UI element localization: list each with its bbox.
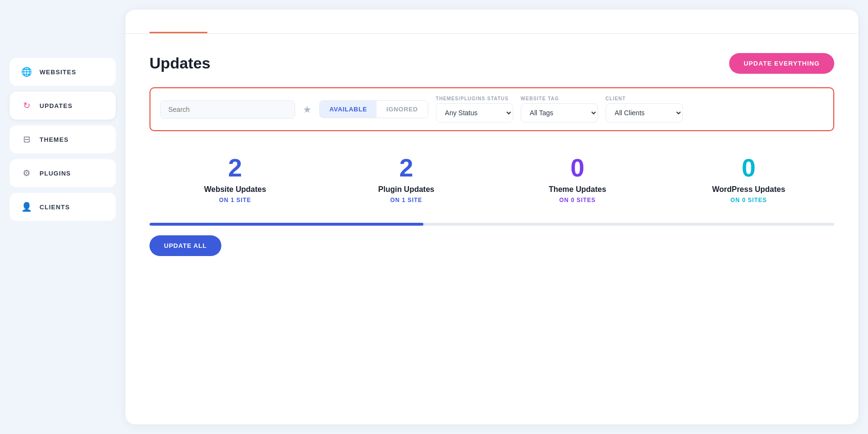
sidebar-item-label: CLIENTS [40, 203, 70, 211]
sidebar-item-label: WEBSITES [40, 68, 76, 76]
sidebar-item-plugins[interactable]: ⚙ PLUGINS [10, 159, 116, 187]
sidebar-item-websites[interactable]: 🌐 WEBSITES [10, 58, 116, 86]
website-updates-stat: 2 Website Updates ON 1 SITE [149, 150, 321, 208]
wordpress-updates-label: WordPress Updates [673, 185, 825, 194]
progress-bar-track [149, 223, 834, 226]
ignored-toggle-button[interactable]: IGNORED [377, 101, 427, 118]
progress-bar-fill [149, 223, 423, 226]
any-status-select[interactable]: Any Status [436, 103, 513, 122]
tab-bar [125, 10, 858, 34]
website-tag-group: WEBSITE TAG All Tags [521, 96, 598, 122]
filter-bar: ★ AVAILABLE IGNORED THEMES/PLUGINS STATU… [149, 87, 834, 131]
plugin-updates-stat: 2 Plugin Updates ON 1 SITE [321, 150, 492, 208]
website-tag-label: WEBSITE TAG [521, 96, 598, 101]
wordpress-updates-stat: 0 WordPress Updates ON 0 SITES [663, 150, 834, 208]
sidebar-item-label: THEMES [40, 136, 68, 143]
main-content: Updates UPDATE EVERYTHING ★ AVAILABLE IG… [125, 10, 858, 424]
star-icon[interactable]: ★ [303, 104, 312, 115]
theme-updates-label: Theme Updates [502, 185, 653, 194]
sidebar-item-themes[interactable]: ⊟ THEMES [10, 125, 116, 153]
stats-row: 2 Website Updates ON 1 SITE 2 Plugin Upd… [149, 150, 834, 208]
theme-updates-number: 0 [502, 155, 653, 180]
themes-plugins-status-group: THEMES/PLUGINS STATUS Any Status [436, 96, 513, 122]
all-tags-select[interactable]: All Tags [521, 103, 598, 122]
clients-icon: 👤 [21, 202, 32, 212]
sidebar-item-label: PLUGINS [40, 170, 71, 177]
page-title: Updates [149, 54, 210, 72]
all-clients-select[interactable]: All Clients [606, 103, 683, 122]
sidebar-item-updates[interactable]: ↻ UPDATES [10, 92, 116, 120]
available-ignored-toggle: AVAILABLE IGNORED [319, 100, 428, 118]
progress-section: UPDATE ALL [149, 223, 834, 256]
header-row: Updates UPDATE EVERYTHING [149, 53, 834, 74]
themes-icon: ⊟ [21, 134, 32, 145]
plugin-updates-number: 2 [330, 155, 482, 180]
website-updates-number: 2 [159, 155, 311, 180]
sidebar: 🌐 WEBSITES ↻ UPDATES ⊟ THEMES ⚙ PLUGINS … [0, 0, 125, 434]
website-updates-sites: ON 1 SITE [159, 197, 311, 203]
search-input[interactable] [160, 100, 295, 119]
website-updates-label: Website Updates [159, 185, 311, 194]
updates-icon: ↻ [21, 100, 32, 111]
theme-updates-stat: 0 Theme Updates ON 0 SITES [492, 150, 663, 208]
plugins-icon: ⚙ [21, 168, 32, 178]
update-all-button[interactable]: UPDATE ALL [149, 235, 221, 256]
update-everything-button[interactable]: UPDATE EVERYTHING [729, 53, 834, 74]
wordpress-updates-number: 0 [673, 155, 825, 180]
theme-updates-sites: ON 0 SITES [502, 197, 653, 203]
globe-icon: 🌐 [21, 67, 32, 77]
plugin-updates-sites: ON 1 SITE [330, 197, 482, 203]
sidebar-item-label: UPDATES [40, 102, 72, 109]
client-group: CLIENT All Clients [606, 96, 683, 122]
tab-active[interactable] [149, 27, 207, 33]
sidebar-item-clients[interactable]: 👤 CLIENTS [10, 193, 116, 221]
plugin-updates-label: Plugin Updates [330, 185, 482, 194]
main-inner: Updates UPDATE EVERYTHING ★ AVAILABLE IG… [125, 34, 858, 275]
wordpress-updates-sites: ON 0 SITES [673, 197, 825, 203]
themes-plugins-status-label: THEMES/PLUGINS STATUS [436, 96, 513, 101]
client-label: CLIENT [606, 96, 683, 101]
available-toggle-button[interactable]: AVAILABLE [320, 101, 377, 118]
